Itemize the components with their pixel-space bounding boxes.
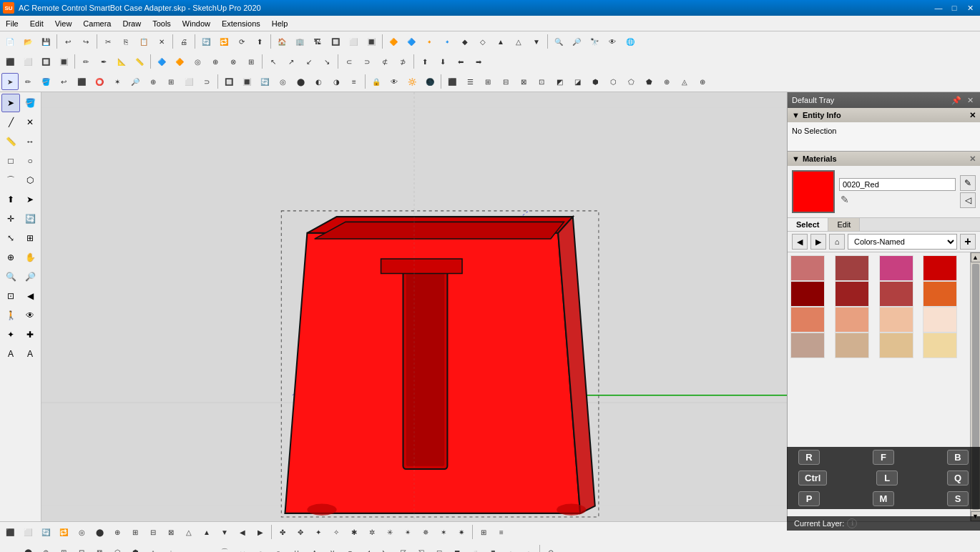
btb1-b18[interactable]: ✦ bbox=[310, 523, 327, 541]
maximize-button[interactable]: □ bbox=[947, 1, 961, 14]
btb1-b27[interactable]: ⊞ bbox=[475, 523, 492, 541]
menu-item-camera[interactable]: Camera bbox=[77, 16, 117, 31]
mat-tab-edit[interactable]: Edit bbox=[828, 218, 860, 231]
color-cell-2[interactable] bbox=[879, 255, 913, 281]
tb3-b28[interactable]: ⊟ bbox=[497, 73, 514, 90]
tb1-b7[interactable]: 🏗 bbox=[309, 33, 326, 50]
btb1-b20[interactable]: ✱ bbox=[346, 523, 363, 541]
line-tool[interactable]: ╱ bbox=[1, 113, 20, 132]
btb2-b8[interactable]: ⬢ bbox=[127, 543, 144, 552]
circle-tool[interactable]: ○ bbox=[21, 152, 39, 170]
axes-tool[interactable]: ✚ bbox=[21, 325, 39, 344]
tb3-b11[interactable]: ⬜ bbox=[180, 73, 197, 90]
tb3-b9[interactable]: ⊕ bbox=[144, 73, 162, 90]
tb2-b13[interactable]: ⊗ bbox=[225, 53, 242, 70]
tb1-b8[interactable]: 🔲 bbox=[327, 33, 344, 50]
push-pull-tool[interactable]: ⬆ bbox=[1, 190, 20, 209]
tb1-b22[interactable]: 🔭 bbox=[586, 33, 603, 50]
tb3-b27[interactable]: ⊞ bbox=[479, 73, 496, 90]
btb2-b25[interactable]: ◻ bbox=[431, 543, 448, 552]
btb2-b4[interactable]: ⊞ bbox=[55, 543, 72, 552]
color-cell-3[interactable] bbox=[923, 255, 957, 281]
mat-color-swatch[interactable] bbox=[792, 170, 835, 213]
tb3-b25[interactable]: ⬛ bbox=[444, 73, 461, 90]
mat-home-btn[interactable]: ⌂ bbox=[829, 234, 845, 250]
btb1-b10[interactable]: ⊠ bbox=[162, 523, 180, 541]
rotate-tool[interactable]: 🔄 bbox=[21, 210, 39, 228]
btb1-b26[interactable]: ✷ bbox=[453, 523, 470, 541]
tb2-b2[interactable]: ⬜ bbox=[19, 53, 36, 70]
tb2-b7[interactable]: 📐 bbox=[113, 53, 130, 70]
menu-item-extensions[interactable]: Extensions bbox=[216, 16, 266, 31]
tb1-b12[interactable]: 🔷 bbox=[403, 33, 420, 50]
mat-back-btn[interactable]: ◀ bbox=[792, 234, 808, 250]
tb2-b22[interactable]: ⊅ bbox=[394, 53, 411, 70]
tb3-b17[interactable]: ⬤ bbox=[292, 73, 309, 90]
tb2-b9[interactable]: 🔷 bbox=[153, 53, 170, 70]
menu-item-draw[interactable]: Draw bbox=[117, 16, 147, 31]
tb1-b11[interactable]: 🔶 bbox=[385, 33, 402, 50]
cut-button[interactable]: ✂ bbox=[99, 33, 117, 50]
btb2-b22[interactable]: ◺ bbox=[377, 543, 394, 552]
paint-tool[interactable]: 🪣 bbox=[21, 94, 39, 112]
tb3-b19[interactable]: ◑ bbox=[328, 73, 345, 90]
mat-sample-btn[interactable]: ◁ bbox=[960, 192, 976, 208]
tb2-b26[interactable]: ➡ bbox=[470, 53, 487, 70]
color-cell-8[interactable] bbox=[790, 307, 825, 332]
zoom-extents[interactable]: ⊡ bbox=[1, 287, 20, 305]
btb2-b16[interactable]: ∩ bbox=[270, 543, 287, 552]
tb1-b6[interactable]: 🏢 bbox=[291, 33, 308, 50]
btb1-b1[interactable]: ⬛ bbox=[1, 523, 19, 541]
viewport[interactable] bbox=[41, 92, 787, 521]
btb2-b13[interactable]: ⌒ bbox=[216, 543, 233, 552]
walk-tool[interactable]: 🚶 bbox=[1, 306, 20, 325]
tb3-b35[interactable]: ⬠ bbox=[622, 73, 640, 90]
color-cell-13[interactable] bbox=[835, 332, 869, 358]
menu-item-view[interactable]: View bbox=[49, 16, 78, 31]
move-tool[interactable]: ✛ bbox=[1, 210, 20, 228]
btb1-b3[interactable]: 🔄 bbox=[37, 523, 54, 541]
btb1-b14[interactable]: ◀ bbox=[234, 523, 251, 541]
tb3-b29[interactable]: ⊠ bbox=[515, 73, 532, 90]
tb2-b18[interactable]: ↘ bbox=[318, 53, 335, 70]
color-cell-4[interactable] bbox=[790, 281, 825, 307]
tb3-b23[interactable]: 🔆 bbox=[403, 73, 421, 90]
btb2-b15[interactable]: ⌢ bbox=[252, 543, 269, 552]
tb2-b23[interactable]: ⬆ bbox=[416, 53, 433, 70]
look-tool[interactable]: 👁 bbox=[21, 306, 39, 325]
btb2-b26[interactable]: ◼ bbox=[449, 543, 466, 552]
btb1-layers[interactable]: ≡ bbox=[493, 523, 510, 541]
btb2-b30[interactable]: ⬨ bbox=[520, 543, 537, 552]
btb2-b11[interactable]: ← bbox=[180, 543, 197, 552]
tb1-b19[interactable]: ▼ bbox=[528, 33, 545, 50]
tb3-b8[interactable]: 🔎 bbox=[127, 73, 144, 90]
tray-header-controls[interactable]: 📌 ✕ bbox=[949, 95, 976, 106]
tb3-b12[interactable]: ⊃ bbox=[198, 73, 215, 90]
pan-tool[interactable]: ✋ bbox=[21, 248, 39, 267]
menu-item-edit[interactable]: Edit bbox=[24, 16, 49, 31]
tb3-b32[interactable]: ◪ bbox=[569, 73, 586, 90]
tb2-b8[interactable]: 📏 bbox=[131, 53, 148, 70]
btb1-b21[interactable]: ✲ bbox=[363, 523, 381, 541]
btb2-b28[interactable]: ◾ bbox=[484, 543, 501, 552]
color-cell-9[interactable] bbox=[835, 307, 869, 332]
tb3-b20[interactable]: ≡ bbox=[346, 73, 363, 90]
tb3-b37[interactable]: ⊕ bbox=[658, 73, 675, 90]
btb2-b1[interactable]: → bbox=[1, 543, 19, 552]
mat-fwd-btn[interactable]: ▶ bbox=[810, 234, 826, 250]
rect-tool[interactable]: □ bbox=[1, 152, 20, 170]
btb1-b4[interactable]: 🔁 bbox=[55, 523, 72, 541]
mat-dropdown[interactable]: Colors-NamedColors-AllBrick and Cladding… bbox=[848, 234, 957, 250]
btb1-b13[interactable]: ▼ bbox=[216, 523, 233, 541]
btb1-b22[interactable]: ✳ bbox=[381, 523, 398, 541]
layer-info-icon[interactable]: ℹ bbox=[847, 518, 857, 528]
polygon-tool[interactable]: ⬡ bbox=[21, 171, 39, 189]
follow-me-tool[interactable]: ➤ bbox=[21, 190, 39, 209]
btb2-b23[interactable]: ◸ bbox=[395, 543, 412, 552]
btb1-b15[interactable]: ▶ bbox=[252, 523, 269, 541]
tb3-b15[interactable]: 🔄 bbox=[256, 73, 273, 90]
minimize-button[interactable]: — bbox=[931, 1, 946, 14]
scrollbar-up[interactable]: ▲ bbox=[971, 252, 981, 262]
redo-button[interactable]: ↪ bbox=[77, 33, 94, 50]
tb2-b24[interactable]: ⬇ bbox=[434, 53, 451, 70]
